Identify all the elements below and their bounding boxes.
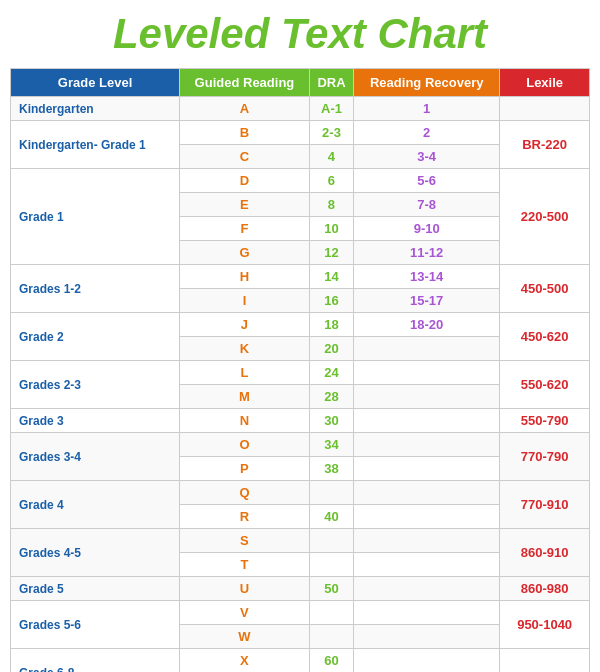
dra-cell: 2-3 [309, 121, 353, 145]
dra-cell: 50 [309, 577, 353, 601]
lexile-cell: 860-980 [500, 577, 590, 601]
reading-recovery-cell [354, 625, 500, 649]
dra-cell: 38 [309, 457, 353, 481]
dra-cell: 6 [309, 169, 353, 193]
dra-cell: 30 [309, 409, 353, 433]
lexile-cell: 220-500 [500, 169, 590, 265]
grade-level-cell: Grade 4 [11, 481, 180, 529]
reading-recovery-cell: 18-20 [354, 313, 500, 337]
header-grade-level: Grade Level [11, 69, 180, 97]
table-row: Grade 4Q770-910 [11, 481, 590, 505]
guided-reading-cell: O [180, 433, 310, 457]
dra-cell [309, 601, 353, 625]
dra-cell [309, 553, 353, 577]
dra-cell: 8 [309, 193, 353, 217]
grade-level-cell: Grade 1 [11, 169, 180, 265]
lexile-cell: 450-620 [500, 313, 590, 361]
header-reading-recovery: Reading Recovery [354, 69, 500, 97]
reading-recovery-cell: 5-6 [354, 169, 500, 193]
guided-reading-cell: U [180, 577, 310, 601]
reading-recovery-cell [354, 529, 500, 553]
table-row: Grades 5-6V950-1040 [11, 601, 590, 625]
guided-reading-cell: K [180, 337, 310, 361]
guided-reading-cell: J [180, 313, 310, 337]
grade-level-cell: Grades 3-4 [11, 433, 180, 481]
dra-cell: 18 [309, 313, 353, 337]
guided-reading-cell: Q [180, 481, 310, 505]
lexile-cell: 950-1040 [500, 601, 590, 649]
dra-cell: 34 [309, 433, 353, 457]
table-row: KindergartenAA-11 [11, 97, 590, 121]
guided-reading-cell: M [180, 385, 310, 409]
reading-recovery-cell: 2 [354, 121, 500, 145]
reading-recovery-cell: 3-4 [354, 145, 500, 169]
reading-recovery-cell [354, 649, 500, 673]
table-row: Grade 2J1818-20450-620 [11, 313, 590, 337]
table-row: Grade 5U50860-980 [11, 577, 590, 601]
dra-cell: 4 [309, 145, 353, 169]
lexile-cell: 770-790 [500, 433, 590, 481]
guided-reading-cell: D [180, 169, 310, 193]
reading-recovery-cell [354, 577, 500, 601]
grade-level-cell: Grade 2 [11, 313, 180, 361]
guided-reading-cell: N [180, 409, 310, 433]
dra-cell: 14 [309, 265, 353, 289]
guided-reading-cell: B [180, 121, 310, 145]
leveled-text-chart: Grade Level Guided Reading DRA Reading R… [10, 68, 590, 672]
reading-recovery-cell: 1 [354, 97, 500, 121]
guided-reading-cell: V [180, 601, 310, 625]
reading-recovery-cell [354, 505, 500, 529]
guided-reading-cell: R [180, 505, 310, 529]
lexile-cell: 550-620 [500, 361, 590, 409]
reading-recovery-cell: 13-14 [354, 265, 500, 289]
guided-reading-cell: L [180, 361, 310, 385]
guided-reading-cell: X [180, 649, 310, 673]
grade-level-cell: Grades 5-6 [11, 601, 180, 649]
guided-reading-cell: F [180, 217, 310, 241]
lexile-cell: 860-910 [500, 529, 590, 577]
reading-recovery-cell [354, 481, 500, 505]
dra-cell: 60 [309, 649, 353, 673]
guided-reading-cell: C [180, 145, 310, 169]
lexile-cell: 450-500 [500, 265, 590, 313]
grade-level-cell: Grades 2-3 [11, 361, 180, 409]
table-row: Grade 1D65-6220-500 [11, 169, 590, 193]
reading-recovery-cell [354, 361, 500, 385]
dra-cell [309, 529, 353, 553]
dra-cell: 16 [309, 289, 353, 313]
lexile-cell: 550-790 [500, 409, 590, 433]
reading-recovery-cell [354, 409, 500, 433]
table-row: Grade 3N30550-790 [11, 409, 590, 433]
guided-reading-cell: E [180, 193, 310, 217]
grade-level-cell: Kindergarten [11, 97, 180, 121]
reading-recovery-cell [354, 601, 500, 625]
guided-reading-cell: P [180, 457, 310, 481]
table-row: Grades 4-5S860-910 [11, 529, 590, 553]
grade-level-cell: Grade 6-8 [11, 649, 180, 673]
dra-cell: 20 [309, 337, 353, 361]
reading-recovery-cell [354, 385, 500, 409]
dra-cell: 40 [309, 505, 353, 529]
table-row: Grade 6-8X60 [11, 649, 590, 673]
dra-cell: 12 [309, 241, 353, 265]
table-row: Grades 1-2H1413-14450-500 [11, 265, 590, 289]
dra-cell: 24 [309, 361, 353, 385]
grade-level-cell: Grade 5 [11, 577, 180, 601]
reading-recovery-cell [354, 337, 500, 361]
table-row: Grades 3-4O34770-790 [11, 433, 590, 457]
guided-reading-cell: G [180, 241, 310, 265]
guided-reading-cell: W [180, 625, 310, 649]
grade-level-cell: Grade 3 [11, 409, 180, 433]
reading-recovery-cell [354, 553, 500, 577]
lexile-cell: 770-910 [500, 481, 590, 529]
grade-level-cell: Kindergarten- Grade 1 [11, 121, 180, 169]
guided-reading-cell: T [180, 553, 310, 577]
dra-cell: 10 [309, 217, 353, 241]
reading-recovery-cell: 7-8 [354, 193, 500, 217]
reading-recovery-cell [354, 457, 500, 481]
guided-reading-cell: S [180, 529, 310, 553]
dra-cell: A-1 [309, 97, 353, 121]
reading-recovery-cell [354, 433, 500, 457]
grade-level-cell: Grades 1-2 [11, 265, 180, 313]
table-row: Kindergarten- Grade 1B2-32BR-220 [11, 121, 590, 145]
